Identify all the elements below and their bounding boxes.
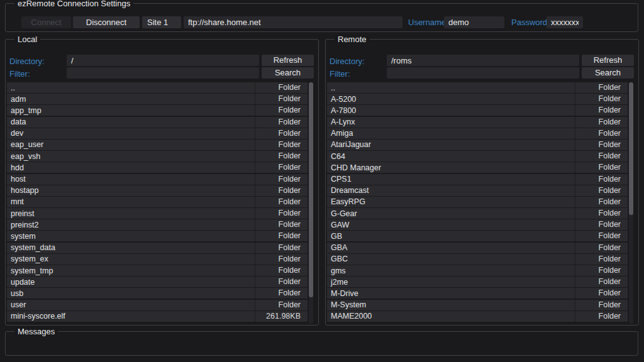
file-type: Folder [255,117,308,128]
file-name: Amiga [327,129,575,138]
file-name: A-5200 [327,95,575,104]
local-file-row[interactable]: hostFolder [7,174,308,185]
remote-file-row[interactable]: ..Folder [327,82,628,93]
remote-file-row[interactable]: CPS1Folder [327,174,628,185]
local-filter-input[interactable] [67,67,259,79]
remote-file-row[interactable]: A-5200Folder [327,94,628,104]
local-refresh-button[interactable]: Refresh [262,55,314,66]
file-name: system_tmp [7,266,255,275]
file-name: .. [7,84,255,92]
file-name: eap_vsh [7,152,255,161]
local-file-row[interactable]: admFolder [7,94,308,104]
file-name: gms [327,266,575,275]
file-type: Folder [255,82,308,93]
remote-file-row[interactable]: GAWFolder [327,219,628,230]
local-file-row[interactable]: mntFolder [7,197,308,207]
file-name: usb [7,289,255,298]
remote-file-row[interactable]: CHD ManagerFolder [327,162,628,173]
file-name: M-Drive [327,289,575,298]
file-type: Folder [575,311,628,322]
connection-settings-title: ezRemote Connection Settings [14,0,133,8]
local-file-row[interactable]: preinst2Folder [7,219,308,230]
file-type: Folder [575,300,628,310]
file-name: Dreamcast [327,186,575,195]
local-directory-label: Directory: [9,57,45,66]
local-file-row[interactable]: dataFolder [7,117,308,128]
remote-search-button[interactable]: Search [582,67,634,79]
file-name: M-System [327,300,575,309]
local-file-row[interactable]: ..Folder [7,82,308,93]
file-type: Folder [255,94,308,104]
local-file-row[interactable]: updateFolder [7,277,308,287]
file-name: .. [327,84,575,92]
remote-file-row[interactable]: DreamcastFolder [327,185,628,196]
file-type: 261.98KB [255,311,308,322]
remote-file-row[interactable]: j2meFolder [327,277,628,287]
local-file-row[interactable]: mini-syscore.elf261.98KB [7,311,308,322]
remote-refresh-button[interactable]: Refresh [582,55,634,66]
local-file-row[interactable]: system_dataFolder [7,243,308,253]
file-name: user [7,300,255,309]
file-type: Folder [255,288,308,299]
remote-file-row[interactable]: M-SystemFolder [327,300,628,310]
password-input[interactable] [547,16,583,28]
remote-filter-input[interactable] [387,67,579,79]
remote-file-row[interactable]: MAME2000Folder [327,311,628,322]
remote-scrollbar[interactable] [629,82,633,324]
local-search-button[interactable]: Search [262,67,314,79]
local-scrollbar[interactable] [309,82,313,324]
file-type: Folder [255,277,308,287]
connect-button[interactable]: Connect [21,16,71,28]
file-type: Folder [255,265,308,276]
file-name: GAW [327,221,575,229]
local-file-row[interactable]: eap_vshFolder [7,151,308,162]
connection-settings-panel: ezRemote Connection Settings Connect Dis… [5,3,638,32]
remote-directory-input[interactable] [387,55,579,66]
file-name: preinst2 [7,221,255,229]
local-filter-label: Filter: [9,69,30,79]
file-name: j2me [327,278,575,287]
file-type: Folder [575,94,628,104]
remote-file-row[interactable]: AmigaFolder [327,128,628,139]
local-file-row[interactable]: userFolder [7,300,308,310]
local-file-row[interactable]: app_tmpFolder [7,105,308,116]
local-file-row[interactable]: usbFolder [7,288,308,299]
file-name: eap_user [7,140,255,149]
remote-file-row[interactable]: gmsFolder [327,265,628,276]
username-input[interactable] [444,16,504,28]
local-scrollbar-thumb[interactable] [309,82,313,297]
remote-file-row[interactable]: A-7800Folder [327,105,628,116]
file-name: AtariJaguar [327,140,575,149]
local-file-row[interactable]: system_tmpFolder [7,265,308,276]
remote-scrollbar-thumb[interactable] [629,82,633,215]
remote-file-row[interactable]: C64Folder [327,151,628,162]
local-file-row[interactable]: hostappFolder [7,185,308,196]
disconnect-button[interactable]: Disconnect [73,16,140,28]
remote-file-row[interactable]: AtariJaguarFolder [327,140,628,150]
local-directory-input[interactable] [67,55,259,66]
local-file-row[interactable]: preinstFolder [7,208,308,219]
file-type: Folder [255,231,308,241]
remote-file-row[interactable]: EasyRPGFolder [327,197,628,207]
file-type: Folder [255,197,308,207]
local-file-row[interactable]: eap_userFolder [7,140,308,150]
local-file-row[interactable]: system_exFolder [7,254,308,265]
password-label: Password: [511,18,550,27]
file-name: GBC [327,255,575,263]
remote-file-row[interactable]: M-DriveFolder [327,288,628,299]
local-file-row[interactable]: systemFolder [7,231,308,241]
site-selector[interactable]: Site 1 [142,16,181,28]
server-url-input[interactable] [184,16,402,28]
remote-file-list: ..FolderA-5200FolderA-7800FolderA-LynxFo… [327,82,633,324]
file-name: GB [327,232,575,241]
remote-file-row[interactable]: GBFolder [327,231,628,241]
remote-file-row[interactable]: G-GearFolder [327,208,628,219]
file-type: Folder [255,162,308,173]
local-file-row[interactable]: devFolder [7,128,308,139]
remote-file-row[interactable]: GBCFolder [327,254,628,265]
local-file-row[interactable]: hddFolder [7,162,308,173]
remote-file-row[interactable]: GBAFolder [327,243,628,253]
file-type: Folder [575,82,628,93]
file-type: Folder [575,219,628,230]
remote-file-row[interactable]: A-LynxFolder [327,117,628,128]
